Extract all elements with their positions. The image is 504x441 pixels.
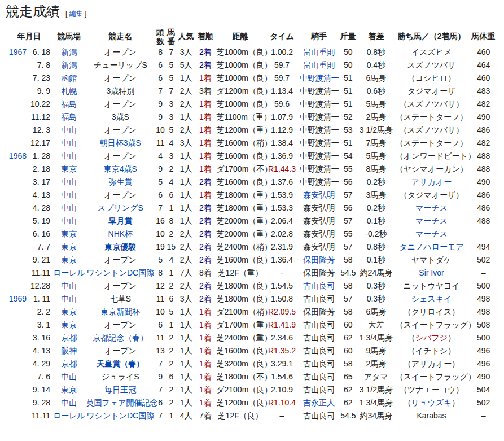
finish-position: 1着 [195,305,216,318]
race-name-link[interactable]: 英国フェア開催記念 [86,398,158,407]
distance: 芝1600m（稍） [216,137,265,150]
body-weight: 500 [468,280,499,292]
date-text: 5. 19 [27,215,50,228]
racecourse-link[interactable]: 中山 [61,125,77,134]
heads-count: 5 [155,254,165,267]
race-name-link[interactable]: ワシントンDC国際 [86,268,154,277]
horse-number: 6 [165,292,177,305]
winner-horse: Karabas [417,411,446,420]
date-cell: 12. 3 [6,124,52,137]
racecourse-link[interactable]: 東京 [61,307,77,316]
edit-link[interactable]: 編集 [69,10,83,18]
racecourse-link[interactable]: 東京 [61,255,77,264]
winner-horse-cell: ニットウヤヨイ [395,280,468,292]
race-name-link[interactable]: 毎日王冠 [104,385,136,394]
race-name-link[interactable]: 東京新聞杯 [100,307,140,316]
racecourse-link[interactable]: 福島 [61,112,77,121]
race-name-link[interactable]: 皐月賞 [108,216,132,225]
race-name-link[interactable]: ワシントンDC国際 [86,411,154,420]
race-name-link[interactable]: 朝日杯3歳S [100,138,141,147]
racecourse-link[interactable]: ローレル [53,411,85,420]
jockey-link[interactable]: 畠山重則 [303,60,335,69]
finish-position: 2着 [195,241,216,254]
racecourse-link[interactable]: 中山 [61,281,77,290]
race-name-link[interactable]: NHK杯 [108,229,133,238]
racecourse-link[interactable]: 中山 [61,151,77,160]
carried-weight: 52 [339,111,357,124]
race-name-link[interactable]: スプリングS [98,203,143,212]
racecourse-link[interactable]: 京都 [61,359,77,368]
race-name-link[interactable]: 弥生賞 [108,177,132,186]
distance: 芝1800m（重） [216,202,265,215]
popularity: 1人 [177,331,195,344]
winner-horse-link[interactable]: シバフジ [415,333,448,342]
winner-horse-link[interactable]: タニノハローモア [399,242,463,251]
racecourse-link[interactable]: 京都 [61,333,77,342]
column-header: タイム [265,28,299,46]
year-link[interactable]: 1967 [6,46,27,59]
finish-position: 7着 [195,409,216,422]
finish-position: 1着 [195,163,216,176]
racecourse-link[interactable]: 東京 [61,242,77,251]
race-name-link[interactable]: 天皇賞（春） [97,359,144,368]
winner-horse-link[interactable]: マーチス [415,229,448,238]
winner-horse-link[interactable]: マーチス [415,216,448,225]
jockey-cell: 古山良司 [299,280,339,292]
racecourse-link[interactable]: 中山 [61,203,77,212]
racecourse-link[interactable]: 中山 [61,190,77,199]
racecourse-link[interactable]: 中山 [61,216,77,225]
jockey-link[interactable]: 保田隆芳 [303,255,335,264]
year-link[interactable]: 1968 [6,150,27,163]
jockey-link[interactable]: 中野渡清一 [300,73,339,82]
racecourse-link[interactable]: 東京 [61,229,77,238]
year-link[interactable]: 1969 [6,292,27,305]
winner-horse-link[interactable]: Sir Ivor [419,268,444,277]
racecourse-link[interactable]: 新潟 [61,60,77,69]
race-name-link[interactable]: 東京4歳S [104,164,137,173]
body-weight: 498 [468,305,499,318]
horse-number: 5 [165,305,177,318]
racecourse-link[interactable]: 中山 [61,177,77,186]
racecourse-link[interactable]: 中山 [61,398,77,407]
distance: 芝1800m（良） [216,292,265,305]
jockey-link[interactable]: 畠山重則 [303,47,335,56]
racecourse-link[interactable]: 函館 [61,73,77,82]
date-text: 7. 7 [27,241,50,254]
race-name: オープン [104,320,137,329]
race-name-link[interactable]: 京都記念（春） [93,333,148,342]
horse-number: 1 [165,202,177,215]
date-text: 3. 16 [27,331,50,344]
race-name-cell: 七草S [86,292,155,305]
racecourse-cell: 中山 [52,370,86,383]
winner-horse-link[interactable]: アサカオー [411,177,452,186]
jockey-name: 古山良司 [303,294,335,303]
paren-open: （ [407,333,415,342]
jockey-cell: 古山良司 [299,331,339,344]
racecourse-link[interactable]: 東京 [61,320,77,329]
racecourse-cell: 東京 [52,305,86,318]
jockey-cell: 古山良司 [299,292,339,305]
racecourse-link[interactable]: 東京 [61,164,77,173]
racecourse-link[interactable]: 新潟 [61,47,77,56]
jockey-link[interactable]: 森安弘明 [303,190,335,199]
racecourse-link[interactable]: 中山 [61,138,77,147]
racecourse-link[interactable]: 札幌 [61,86,77,95]
time-value: 1.36.4 [271,255,293,264]
jockey-link[interactable]: 古山良司 [303,281,335,290]
racecourse-link[interactable]: 中山 [61,372,77,381]
winner-horse-link[interactable]: シェスキイ [411,294,452,303]
racecourse-link[interactable]: 阪神 [61,346,77,355]
winner-horse-link[interactable]: リュウズキ [411,398,452,407]
racecourse-link[interactable]: ローレル [53,268,85,277]
winner-horse-link[interactable]: マーチス [415,203,448,212]
race-name-link[interactable]: 東京優駿 [104,242,136,251]
racecourse-link[interactable]: 中山 [61,294,77,303]
table-row: 10.22福島オープン932人1着芝1000m（良）59.6中野渡清一515馬身… [6,98,499,111]
margin: 9馬身 [357,344,395,357]
race-name-cell: ワシントンDC国際 [86,267,155,280]
winner-horse-cell: （スズノツバサ） [395,98,468,111]
racecourse-link[interactable]: 東京 [61,385,77,394]
margin: 大差 [357,318,395,331]
jockey-link[interactable]: 吉永正人 [303,398,335,407]
racecourse-link[interactable]: 福島 [61,99,77,108]
